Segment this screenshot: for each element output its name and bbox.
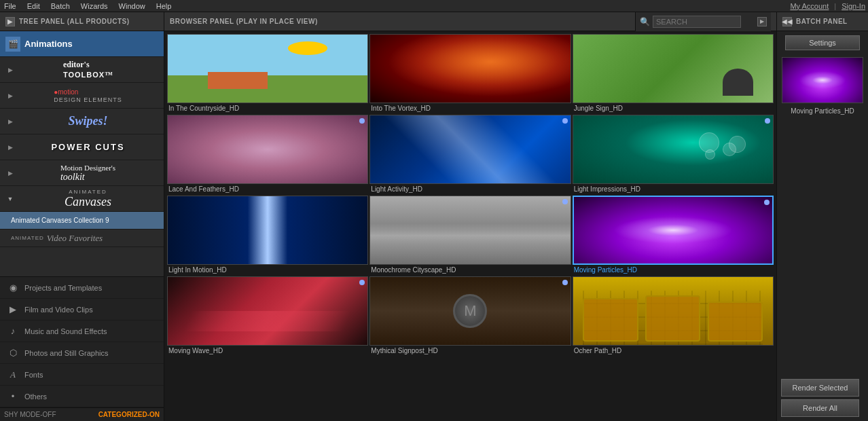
nav-music[interactable]: ♪ Music and Sound Effects	[0, 321, 164, 342]
search-bar: 🔍 ▶	[635, 12, 771, 31]
menu-window[interactable]: Window	[117, 2, 147, 10]
powercuts-arrow: ▶	[5, 143, 15, 152]
thumb-label-lightimpr: Light Impressions_HD	[573, 184, 774, 194]
browser-panel-title: BROWSER PANEL (PLAY IN PLACE VIEW)	[170, 18, 318, 25]
swipes-label: Swipes!	[18, 112, 158, 131]
mythical-dot	[562, 280, 568, 285]
thumb-wave[interactable]: Moving Wave_HD	[167, 276, 368, 356]
thumb-label-lightmotion: Light In Motion_HD	[167, 265, 368, 275]
toolkit-arrow: ▶	[5, 168, 15, 178]
thumb-label-lace: Lace And Feathers_HD	[167, 184, 368, 194]
center-panel: BROWSER PANEL (PLAY IN PLACE VIEW) 🔍 ▶ I…	[164, 12, 776, 421]
animations-title: Animations	[24, 39, 73, 49]
nav-projects[interactable]: ◉ Projects and Templates	[0, 277, 164, 299]
main-layout: ▶ TREE PANEL (ALL PRODUCTS) 🎬 Animations…	[0, 12, 868, 421]
thumb-label-countryside: In The Countryside_HD	[167, 103, 368, 113]
render-selected-button[interactable]: Render Selected	[781, 379, 859, 397]
photos-label: Photos and Still Graphics	[24, 349, 109, 357]
menu-help[interactable]: Help	[155, 2, 173, 10]
menu-wizards[interactable]: Wizards	[79, 2, 109, 10]
sidebar-item-canvases[interactable]: ▼ ANIMATED Canvases	[0, 186, 164, 212]
nav-fonts[interactable]: A Fonts	[0, 364, 164, 386]
others-icon: •	[7, 390, 19, 403]
sidebar-item-editors[interactable]: ▶ editor'sTOOLBOX™	[0, 57, 164, 83]
render-buttons: Render Selected Render All	[777, 375, 868, 421]
search-icon: 🔍	[640, 17, 650, 26]
thumb-img-ocher	[573, 276, 774, 346]
animations-icon: 🎬	[5, 37, 20, 52]
thumb-lightimpr[interactable]: Light Impressions_HD	[573, 115, 774, 194]
sub-item-videofavorites[interactable]: ANIMATED Video Favorites	[0, 230, 164, 247]
thumb-vortex[interactable]: Into The Vortex_HD	[369, 34, 571, 113]
my-account-link[interactable]: My Account	[790, 2, 829, 10]
fonts-label: Fonts	[24, 371, 43, 379]
thumb-particles[interactable]: Moving Particles_HD	[573, 196, 774, 275]
thumb-mythical[interactable]: M Mythical Signpost_HD	[369, 276, 571, 356]
thumb-jungle[interactable]: Jungle Sign_HD	[573, 34, 774, 113]
thumb-img-lightact	[369, 115, 571, 184]
thumb-countryside[interactable]: In The Countryside_HD	[167, 34, 368, 113]
menu-bar: File Edit Batch Wizards Window Help My A…	[0, 0, 868, 12]
particles-dot	[764, 200, 770, 205]
thumb-label-vortex: Into The Vortex_HD	[369, 103, 571, 113]
canvases-label: ANIMATED Canvases	[18, 189, 158, 208]
menu-file[interactable]: File	[3, 2, 18, 10]
thumb-img-jungle	[573, 34, 774, 103]
motion-arrow: ▶	[5, 91, 15, 100]
sign-in-link[interactable]: Sign-In	[842, 2, 865, 10]
thumb-lightmotion[interactable]: Light In Motion_HD	[167, 196, 368, 275]
thumb-cityscape[interactable]: Monochrome Cityscape_HD	[369, 196, 571, 275]
menu-edit[interactable]: Edit	[26, 2, 41, 10]
thumbnails-area: In The Countryside_HD Into The Vortex_HD…	[164, 31, 776, 421]
powercuts-label: POWER CUTS	[18, 138, 158, 157]
sidebar-item-toolkit[interactable]: ▶ Motion Designer'stoolkit	[0, 160, 164, 186]
bokeh-circles	[693, 129, 753, 163]
left-panel: ▶ TREE PANEL (ALL PRODUCTS) 🎬 Animations…	[0, 12, 164, 421]
thumb-label-jungle: Jungle Sign_HD	[573, 103, 774, 113]
settings-button[interactable]: Settings	[785, 35, 860, 50]
tree-expand-icon[interactable]: ▶	[5, 17, 15, 26]
canvases-arrow: ▼	[5, 194, 15, 204]
batch-spacer	[777, 116, 868, 375]
thumb-label-lightact: Light Activity_HD	[369, 184, 571, 194]
nav-photos[interactable]: ⬡ Photos and Still Graphics	[0, 342, 164, 364]
account-links: My Account | Sign-In	[790, 2, 865, 10]
thumb-img-lightimpr	[573, 115, 774, 184]
menu-batch[interactable]: Batch	[50, 2, 71, 10]
editors-arrow: ▶	[5, 65, 15, 75]
sidebar-item-motion[interactable]: ▶ ●motionDESIGN ELEMENTS	[0, 83, 164, 109]
thumb-label-ocher: Ocher Path_HD	[573, 346, 774, 356]
thumb-label-wave: Moving Wave_HD	[167, 346, 368, 356]
mode-bar: SHY MODE-OFF CATEGORIZED-ON	[0, 407, 164, 421]
batch-panel-header: ◀◀ BATCH PANEL	[777, 12, 868, 31]
photos-icon: ⬡	[7, 347, 19, 359]
batch-expand-icon[interactable]: ◀◀	[782, 17, 792, 26]
tree-items: ▶ editor'sTOOLBOX™ ▶ ●motionDESIGN ELEME…	[0, 57, 164, 276]
search-input[interactable]	[653, 16, 741, 28]
thumb-ocher[interactable]: Ocher Path_HD	[573, 276, 774, 356]
nav-film[interactable]: ▶ Film and Video Clips	[0, 299, 164, 321]
search-go-button[interactable]: ▶	[757, 17, 767, 26]
swipes-arrow: ▶	[5, 117, 15, 126]
sidebar-item-powercuts[interactable]: ▶ POWER CUTS	[0, 134, 164, 160]
lightact-dot	[562, 118, 568, 124]
cityscape-dot	[562, 199, 568, 204]
sub-item-collection9[interactable]: Animated Canvases Collection 9	[0, 212, 164, 230]
thumb-lace[interactable]: Lace And Feathers_HD	[167, 115, 368, 194]
right-panel: ◀◀ BATCH PANEL Settings Moving Particles…	[776, 12, 868, 421]
thumb-img-vortex	[369, 34, 571, 103]
thumb-img-wave	[167, 276, 368, 346]
sidebar-item-swipes[interactable]: ▶ Swipes!	[0, 109, 164, 134]
thumb-img-countryside	[167, 34, 368, 103]
tree-panel-title: TREE PANEL (ALL PRODUCTS)	[19, 18, 130, 25]
thumb-img-mythical: M	[369, 276, 571, 346]
thumb-label-mythical: Mythical Signpost_HD	[369, 346, 571, 356]
wave-dot	[359, 280, 365, 285]
projects-label: Projects and Templates	[24, 284, 102, 292]
render-all-button[interactable]: Render All	[781, 399, 859, 417]
thumb-label-particles: Moving Particles_HD	[573, 265, 774, 275]
mode-shy: SHY MODE-OFF	[4, 411, 56, 418]
nav-others[interactable]: • Others	[0, 386, 164, 407]
others-label: Others	[24, 392, 47, 401]
thumb-lightact[interactable]: Light Activity_HD	[369, 115, 571, 194]
